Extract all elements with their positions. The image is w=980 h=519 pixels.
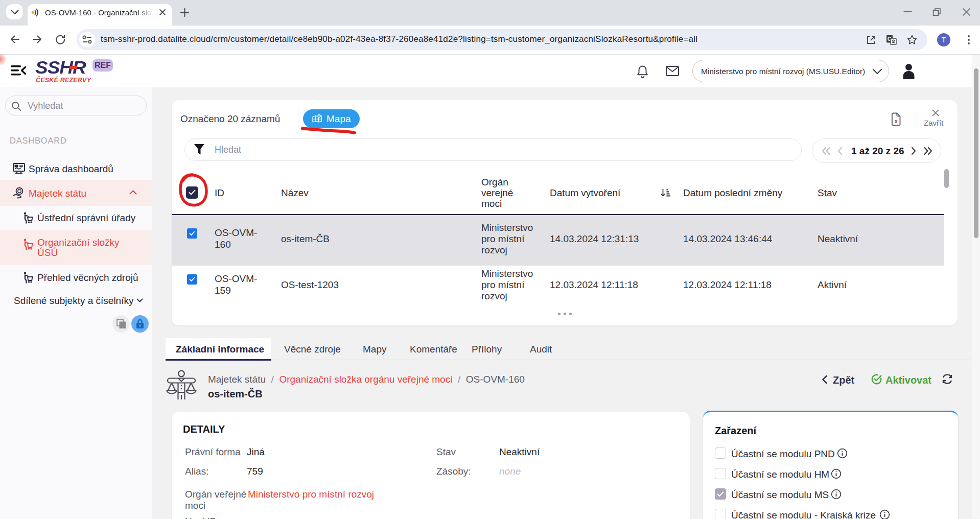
svg-text:x: x bbox=[895, 118, 898, 124]
